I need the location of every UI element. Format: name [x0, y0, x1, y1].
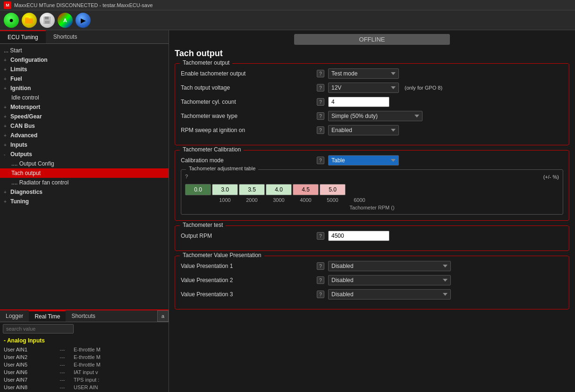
rpm-sweep-select[interactable]: Enabled Disabled	[328, 125, 399, 135]
tab-shortcuts[interactable]: Shortcuts	[46, 30, 85, 43]
bottom-panel: Logger Real Time Shortcuts a - Analog In…	[0, 309, 169, 392]
search-input[interactable]	[3, 324, 74, 334]
help-vp1[interactable]: ?	[317, 262, 324, 270]
open-button[interactable]	[22, 13, 37, 28]
table-cell-2[interactable]: 3.5	[239, 184, 265, 195]
ain-name: User AIN6	[4, 369, 51, 375]
tach-voltage-select[interactable]: 12V 5V	[328, 83, 399, 93]
tach-voltage-row: Tach output voltage ? 12V 5V (only for G…	[181, 83, 563, 93]
sidebar-item-output-config[interactable]: .... Output Config	[0, 159, 169, 168]
tachometer-output-label: Tachometer output	[180, 59, 232, 66]
ain-label: TPS input :	[74, 377, 165, 383]
calibration-section-label: Tachometer Calibration	[180, 146, 244, 153]
theme-button[interactable]: A	[58, 13, 73, 28]
sidebar-item-diagnostics[interactable]: + Diagnostics	[0, 187, 169, 197]
value-presentation-section: Tachometer Value Presentation Value Pres…	[175, 256, 569, 309]
output-rpm-label: Output RPM	[181, 233, 313, 239]
ain-name: User AIN1	[4, 347, 51, 352]
tab-shortcuts-bottom[interactable]: Shortcuts	[66, 310, 101, 322]
list-item: User AIN6 --- IAT input v	[4, 368, 165, 376]
cyl-count-row: Tachometer cyl. count ?	[181, 97, 563, 107]
help-rpm-sweep[interactable]: ?	[317, 126, 324, 134]
expand-icon: +	[4, 114, 8, 119]
help-vp3[interactable]: ?	[317, 291, 324, 298]
help-enable-tach[interactable]: ?	[317, 70, 324, 77]
expand-icon: +	[4, 76, 8, 82]
output-rpm-row: Output RPM ?	[181, 231, 563, 241]
table-cell-4[interactable]: 4.5	[293, 184, 319, 195]
help-wave-type[interactable]: ?	[317, 112, 324, 120]
tab-logger[interactable]: Logger	[0, 310, 29, 322]
table-cell-1[interactable]: 3.0	[212, 184, 238, 195]
sidebar-item-tach-output[interactable]: Tach output	[0, 168, 169, 178]
svg-rect-4	[45, 21, 50, 24]
bottom-tabs: Logger Real Time Shortcuts a	[0, 310, 169, 322]
cyl-count-input[interactable]	[328, 97, 389, 107]
ain-label: E-throttle M	[74, 354, 165, 360]
vp2-select[interactable]: Disabled RPM Speed	[328, 275, 451, 285]
sidebar-item-ignition[interactable]: + Ignition	[0, 83, 169, 93]
voltage-note: (only for GPO 8)	[405, 85, 442, 91]
sidebar-item-configuration[interactable]: + Configuration	[0, 55, 169, 65]
table-cell-0[interactable]: 0.0	[185, 184, 211, 195]
vp2-label: Value Presentation 2	[181, 277, 313, 284]
content-area: OFFLINE Tach output Tachometer output En…	[169, 30, 575, 392]
rpm-cell-3: 4000	[293, 197, 319, 203]
expand-icon: +	[4, 133, 8, 138]
rpm-cell-2: 3000	[266, 197, 292, 203]
table-cell-5[interactable]: 5.0	[320, 184, 346, 195]
rpm-sweep-label: RPM sweep at ignition on	[181, 127, 313, 133]
scroll-btn[interactable]: a	[157, 310, 169, 322]
help-calibration-mode[interactable]: ?	[317, 157, 324, 164]
vp1-select[interactable]: Disabled RPM Speed	[328, 261, 451, 271]
percent-label: (+/- %)	[543, 174, 559, 180]
help-vp2[interactable]: ?	[317, 276, 324, 284]
sidebar-item-start[interactable]: ... Start	[0, 46, 169, 55]
svg-rect-3	[45, 17, 49, 19]
ain-val: ---	[53, 384, 72, 390]
calibration-mode-label: Calibration mode	[181, 157, 313, 164]
vp3-select[interactable]: Disabled RPM Speed	[328, 289, 451, 300]
sidebar-item-can-bus[interactable]: + CAN Bus	[0, 121, 169, 131]
wave-type-select[interactable]: Simple (50% duty) Complex	[328, 111, 423, 121]
tab-realtime[interactable]: Real Time	[29, 310, 66, 322]
list-item: User AIN5 --- E-throttle M	[4, 361, 165, 368]
svg-rect-0	[25, 18, 33, 24]
sidebar-item-motorsport[interactable]: + Motorsport	[0, 102, 169, 112]
title-bar: M MaxxECU MTune DISCONNECTED - testar.Ma…	[0, 0, 575, 10]
adjustment-table-wrapper: Tachometer adjustment table ? (+/- %) 0.…	[181, 169, 563, 215]
play-button[interactable]: ▶	[76, 13, 91, 28]
tach-rpm-row: 1000 2000 3000 4000 5000 6000	[185, 197, 559, 203]
ain-val: ---	[53, 377, 72, 383]
outputs-label: Outputs	[10, 151, 32, 158]
calibration-mode-select[interactable]: Table Off Custom	[328, 155, 399, 166]
save-button[interactable]	[40, 13, 55, 28]
adjustment-table-label: Tachometer adjustment table	[186, 166, 258, 171]
expand-icon: -	[4, 152, 8, 157]
tachometer-calibration-section: Tachometer Calibration Calibration mode …	[175, 150, 569, 221]
sidebar-item-fuel[interactable]: + Fuel	[0, 74, 169, 83]
sidebar: ECU Tuning Shortcuts ... Start + Configu…	[0, 30, 169, 392]
sidebar-item-radiator-fan[interactable]: .... Radiator fan control	[0, 178, 169, 187]
sidebar-item-idle-control[interactable]: Idle control	[0, 93, 169, 102]
tab-ecu-tuning[interactable]: ECU Tuning	[0, 30, 46, 43]
sidebar-item-outputs[interactable]: - Outputs	[0, 150, 169, 159]
help-output-rpm[interactable]: ?	[317, 232, 324, 240]
sidebar-tabs: ECU Tuning Shortcuts	[0, 30, 169, 44]
table-cell-3[interactable]: 4.0	[266, 184, 292, 195]
tachometer-test-section: Tachometer test Output RPM ?	[175, 225, 569, 251]
table-help-btn[interactable]: ?	[185, 174, 188, 179]
help-cyl-count[interactable]: ?	[317, 98, 324, 106]
config-label: Configuration	[10, 57, 48, 63]
sidebar-item-inputs[interactable]: + Inputs	[0, 140, 169, 150]
list-item: User AIN8 --- USER AIN	[4, 384, 165, 391]
sidebar-item-advanced[interactable]: + Advanced	[0, 131, 169, 140]
enable-tach-select[interactable]: Test mode Disabled Enabled	[328, 68, 399, 79]
sidebar-item-speed-gear[interactable]: + Speed/Gear	[0, 112, 169, 121]
sidebar-item-tuning[interactable]: + Tuning	[0, 197, 169, 206]
connect-button[interactable]: ●	[4, 13, 19, 28]
output-rpm-input[interactable]	[328, 231, 389, 241]
expand-icon: +	[4, 86, 8, 91]
sidebar-item-limits[interactable]: + Limits	[0, 65, 169, 74]
help-tach-voltage[interactable]: ?	[317, 84, 324, 92]
